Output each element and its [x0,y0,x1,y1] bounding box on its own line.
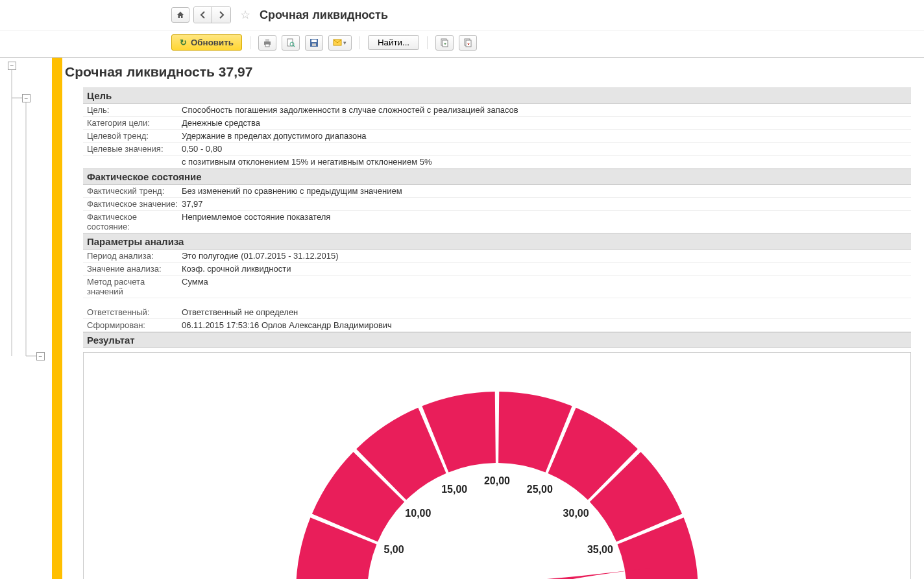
params-period-row: Период анализа: Это полугодие (01.07.201… [83,250,911,263]
back-button[interactable] [194,7,212,23]
section-actual-header: Фактическое состояние [83,169,911,185]
goal-target-row: Целевые значения: 0,50 - 0,80 [83,143,911,156]
svg-text:25,00: 25,00 [527,484,553,495]
section-params-header: Параметры анализа [83,233,911,250]
goal-row: Цель: Способность погашения задолженност… [83,104,911,117]
save-button[interactable] [305,35,323,51]
print-button[interactable] [258,35,276,51]
section-goal-header: Цель [83,88,911,104]
svg-rect-1 [265,39,269,41]
params-method-row: Метод расчета значений Сумма [83,276,911,298]
svg-rect-8 [312,43,316,46]
toolbar: Обновить ▾ Найти... [0,30,924,57]
email-button[interactable]: ▾ [328,35,352,51]
find-button[interactable]: Найти... [368,35,419,50]
svg-line-5 [293,45,295,47]
top-nav: ☆ Срочная ликвидность [0,0,924,30]
refresh-button[interactable]: Обновить [171,34,242,51]
svg-text:15,00: 15,00 [441,484,467,495]
preview-button[interactable] [282,35,300,51]
svg-text:5,00: 5,00 [384,544,404,555]
tree-collapse-goal[interactable]: − [22,94,30,102]
gauge-chart: 5,0010,0015,0020,0025,0030,0035,0040,00 [83,352,911,579]
tree-collapse-root[interactable]: − [8,62,16,70]
favorite-icon[interactable]: ☆ [240,8,250,22]
svg-text:30,00: 30,00 [563,508,589,519]
tree-collapse-result[interactable]: − [36,352,45,360]
goal-category-row: Категория цели: Денежные средства [83,117,911,130]
actual-value-row: Фактическое значение: 37,97 [83,198,911,211]
generated-row: Сформирован: 06.11.2015 17:53:16 Орлов А… [83,319,911,332]
section-result-header: Результат [83,332,911,348]
status-color-bar [52,58,62,579]
page-title: Срочная ликвидность [260,8,388,22]
main-area: − − − Срочная ликвидность 37,97 Цель Цел… [0,57,924,579]
home-button[interactable] [171,7,189,23]
tree-column: − − − [0,58,52,579]
svg-text:20,00: 20,00 [484,475,510,486]
forward-button[interactable] [212,7,230,23]
report-content: Срочная ликвидность 37,97 Цель Цель: Спо… [62,58,924,579]
report-title: Срочная ликвидность 37,97 [62,58,924,88]
responsible-row: Ответственный: Ответственный не определе… [83,306,911,319]
svg-text:10,00: 10,00 [405,508,431,519]
copy-settings-button[interactable] [435,35,454,51]
params-analysis-row: Значение анализа: Коэф. срочной ликвидно… [83,263,911,276]
nav-history-group [193,6,231,23]
svg-text:35,00: 35,00 [587,544,613,555]
actual-state-row: Фактическое состояние: Неприемлемое сост… [83,211,911,233]
goal-trend-row: Целевой тренд: Удержание в пределах допу… [83,130,911,143]
paste-settings-button[interactable] [459,35,477,51]
svg-rect-2 [265,44,269,47]
actual-trend-row: Фактический тренд: Без изменений по срав… [83,185,911,198]
goal-target-sub: с позитивным отклонением 15% и негативны… [83,156,911,169]
svg-rect-7 [311,40,317,42]
